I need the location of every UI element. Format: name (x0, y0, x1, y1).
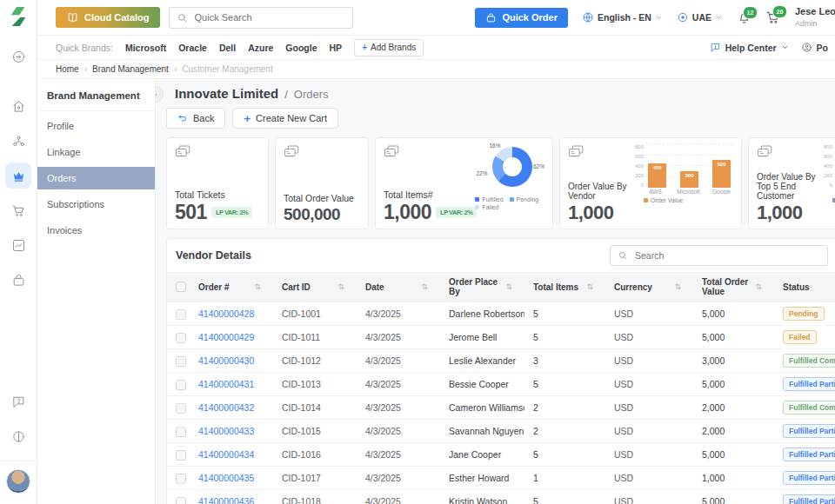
panel-title: Vendor Details (176, 249, 251, 262)
row-checkbox[interactable] (176, 497, 186, 504)
currency: USD (605, 349, 693, 373)
notifications-button[interactable]: 12 (737, 10, 752, 25)
catalog-button-label: Cloud Catalog (84, 12, 150, 23)
region-selector[interactable]: UAE (677, 11, 723, 23)
sidebar-item-subscriptions[interactable]: Subscriptions (37, 193, 155, 216)
sort-icon[interactable]: ⇅ (254, 282, 261, 291)
row-checkbox[interactable] (176, 380, 186, 390)
add-brands-button[interactable]: + Add Brands (354, 39, 424, 56)
row-checkbox[interactable] (176, 403, 186, 414)
contrast-icon[interactable] (5, 423, 31, 449)
cart-id: CID-1012 (273, 349, 357, 373)
lp-var-badge: LP VAR: 2% (436, 207, 477, 219)
quick-brand-hp[interactable]: HP (330, 43, 343, 53)
table-row: 41400000433CID-10154/3/2025Savannah Nguy… (167, 420, 835, 443)
quick-search-input[interactable] (193, 11, 345, 23)
vendor-details-panel: Vendor Details Order #⇅Cart ID⇅Date⇅Orde… (166, 238, 835, 504)
x-axis-labels: AWSMicrosoftGoogle (644, 188, 733, 195)
user-menu[interactable]: Jese Leo Admin (795, 6, 835, 28)
row-checkbox[interactable] (176, 427, 186, 437)
total-order-value: 5,000 (693, 373, 774, 396)
quick-order-button[interactable]: Quick Order (475, 8, 568, 28)
support-chat-icon[interactable] (5, 388, 31, 414)
quick-brand-google[interactable]: Google (285, 43, 317, 53)
order-bag-icon (485, 12, 497, 23)
quick-brand-oracle[interactable]: Oracle (178, 43, 207, 53)
order-number-link[interactable]: 41400000433 (190, 420, 273, 443)
card-label: Total Tickets (175, 189, 260, 200)
sort-icon[interactable]: ⇅ (755, 282, 762, 291)
cart-button[interactable]: 26 (765, 10, 781, 25)
bag-icon[interactable] (5, 267, 31, 293)
quick-brand-azure[interactable]: Azure (248, 43, 273, 53)
back-button[interactable]: Back (166, 108, 225, 129)
sidebar-item-orders[interactable]: Orders (37, 167, 155, 189)
home-icon[interactable] (5, 93, 31, 119)
total-items: 5 (524, 373, 605, 396)
legend-dot (475, 197, 479, 202)
help-bubble-icon (710, 42, 721, 53)
sidebar-item-linkage[interactable]: Linkage (37, 141, 155, 163)
lp-var-badge: LP VAR: 2% (211, 207, 252, 219)
add-brands-label: Add Brands (371, 43, 416, 52)
sort-icon[interactable]: ⇅ (586, 282, 593, 291)
row-checkbox[interactable] (176, 333, 186, 343)
app-logo[interactable] (9, 6, 28, 27)
row-checkbox[interactable] (176, 309, 186, 320)
legend-item: Fulfilled (475, 196, 503, 202)
cloud-catalog-button[interactable]: Cloud Catalog (56, 7, 160, 28)
sort-icon[interactable]: ⇅ (505, 282, 512, 291)
expand-sidebar-icon[interactable] (5, 43, 31, 70)
total-order-value: 2,000 (693, 420, 774, 443)
order-number-link[interactable]: 41400000432 (190, 396, 273, 420)
kpi-card-order-value-by-vendor: Order Value By Vendor 1,000 800600400200… (559, 137, 742, 229)
quick-brand-microsoft[interactable]: Microsoft (125, 43, 166, 53)
org-hierarchy-icon[interactable] (5, 128, 31, 154)
crown-icon[interactable] (5, 162, 31, 189)
cart-rail-icon[interactable] (5, 197, 31, 223)
status-badge: Fulfilled Completely (783, 401, 835, 414)
quick-search-box[interactable] (169, 7, 353, 29)
order-number-link[interactable]: 41400000435 (190, 467, 273, 490)
breadcrumb-item[interactable]: Brand Management (92, 64, 169, 74)
order-number-link[interactable]: 41400000430 (190, 349, 273, 373)
quick-brands-list: MicrosoftOracleDellAzureGoogleHP (125, 43, 342, 53)
order-number-link[interactable]: 41400000434 (190, 443, 273, 467)
create-new-cart-button[interactable]: + Create New Cart (232, 108, 338, 129)
order-date: 4/3/2025 (357, 490, 440, 504)
table-row: 41400000432CID-10144/3/2025Cameron Willi… (167, 396, 835, 420)
table-search-box[interactable] (610, 245, 828, 266)
row-checkbox[interactable] (176, 474, 186, 484)
card-value: 1,000 (757, 203, 803, 222)
reports-icon[interactable] (5, 232, 31, 258)
create-cart-label: Create New Cart (256, 113, 327, 123)
user-avatar[interactable] (6, 469, 30, 494)
portal-menu[interactable]: Po (801, 42, 828, 53)
select-all-checkbox[interactable] (176, 282, 186, 292)
total-items: 2 (524, 396, 605, 420)
card-stack-icon (757, 144, 818, 159)
order-number-link[interactable]: 41400000431 (190, 373, 273, 396)
breadcrumb-item[interactable]: Home (56, 64, 79, 74)
quick-order-label: Quick Order (502, 12, 558, 23)
sort-icon[interactable]: ⇅ (337, 282, 344, 291)
sort-icon[interactable]: ⇅ (421, 282, 428, 291)
fulfillment-donut-chart: FulfilledPendingFailed 62%22%16% (473, 144, 544, 210)
currency: USD (605, 467, 693, 490)
currency: USD (605, 396, 693, 420)
row-checkbox[interactable] (176, 450, 186, 461)
row-checkbox[interactable] (176, 356, 186, 367)
table-search-input[interactable] (633, 249, 820, 262)
collapse-sidebar-button[interactable]: › (156, 86, 164, 103)
sidebar-item-profile[interactable]: Profile (37, 115, 155, 137)
breadcrumb-item: Customer Management (182, 64, 273, 74)
order-number-link[interactable]: 41400000436 (190, 490, 273, 504)
quick-brand-dell[interactable]: Dell (219, 43, 236, 53)
sort-icon[interactable]: ⇅ (674, 282, 681, 291)
order-number-link[interactable]: 41400000428 (190, 302, 273, 326)
cart-id: CID-1017 (273, 467, 357, 490)
sidebar-item-invoices[interactable]: Invoices (37, 219, 155, 242)
order-number-link[interactable]: 41400000429 (190, 326, 273, 349)
help-center-menu[interactable]: Help Center (710, 42, 789, 53)
language-selector[interactable]: English - EN (582, 11, 663, 23)
